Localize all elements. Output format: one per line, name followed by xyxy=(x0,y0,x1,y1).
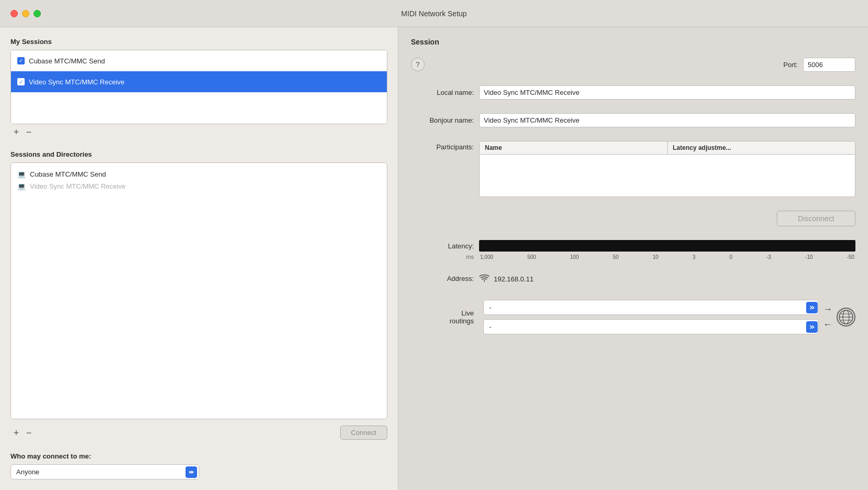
port-label: Port: xyxy=(784,61,798,69)
checkmark-icon: ✓ xyxy=(19,58,23,63)
right-arrow-icon: → xyxy=(823,304,832,315)
routing-select-1[interactable]: - xyxy=(483,300,819,315)
routing-select-wrapper-2: - xyxy=(483,319,819,334)
laptop-icon: 💻 xyxy=(17,182,26,190)
main-content: My Sessions ✓ Cubase MTC/MMC Send ✓ Vide… xyxy=(0,27,868,490)
routing-inputs: - - xyxy=(483,300,819,334)
wifi-icon xyxy=(479,274,490,284)
local-name-row: Local name: xyxy=(411,85,855,100)
participants-header: Name Latency adjustme... xyxy=(480,141,855,155)
session-checkbox[interactable]: ✓ xyxy=(17,57,25,64)
col-latency-header: Latency adjustme... xyxy=(668,141,855,154)
directory-item-label: Video Sync MTC/MMC Receive xyxy=(30,182,126,190)
sessions-directories-label: Sessions and Directories xyxy=(10,150,387,158)
who-connect-select[interactable]: Anyone xyxy=(10,464,199,480)
port-area: Port: xyxy=(435,58,855,72)
session-item-selected[interactable]: ✓ Video Sync MTC/MMC Receive xyxy=(11,71,387,92)
routing-arrows-globe: → ← xyxy=(823,304,832,330)
routing-row-1: - xyxy=(483,300,819,315)
latency-section: Latency: ms 1,000 500 100 50 10 3 0 -3 -… xyxy=(411,240,855,260)
latency-tick: 0 xyxy=(730,254,733,260)
directories-list: 💻 Cubase MTC/MMC Send 💻 Video Sync MTC/M… xyxy=(10,162,387,419)
right-panel: Session ? Port: Local name: Bonjour name… xyxy=(398,27,868,490)
latency-unit: ms xyxy=(411,254,479,260)
latency-tick: 100 xyxy=(570,254,579,260)
left-arrow-icon: ← xyxy=(823,319,832,330)
live-routings-label: Liveroutings xyxy=(411,309,479,325)
live-routings-section: Liveroutings - xyxy=(411,300,855,334)
routing-arrow-row-1: → xyxy=(823,304,832,315)
bonjour-name-row: Bonjour name: xyxy=(411,113,855,127)
address-value: 192.168.0.11 xyxy=(494,275,534,283)
address-section: Address: 192.168.0.11 xyxy=(411,274,855,284)
remove-directory-button[interactable]: − xyxy=(23,427,35,439)
directory-controls: + − Connect xyxy=(10,423,387,440)
latency-tick: 10 xyxy=(653,254,658,260)
my-sessions-section: My Sessions ✓ Cubase MTC/MMC Send ✓ Vide… xyxy=(10,38,387,140)
disconnect-row: Disconnect xyxy=(411,211,855,226)
address-content: 192.168.0.11 xyxy=(479,274,855,284)
local-name-label: Local name: xyxy=(411,89,479,96)
help-button[interactable]: ? xyxy=(411,58,425,71)
latency-scale-row: ms 1,000 500 100 50 10 3 0 -3 -10 -50 xyxy=(411,254,855,260)
latency-tick: 50 xyxy=(613,254,619,260)
globe-icon xyxy=(837,308,855,326)
add-directory-button[interactable]: + xyxy=(10,427,22,439)
connect-button[interactable]: Connect xyxy=(340,426,387,440)
directory-item[interactable]: 💻 Cubase MTC/MMC Send xyxy=(17,168,381,180)
minimize-button[interactable] xyxy=(22,10,29,17)
participants-table: Name Latency adjustme... xyxy=(479,141,855,197)
maximize-button[interactable] xyxy=(34,10,41,17)
disconnect-button[interactable]: Disconnect xyxy=(777,211,855,226)
session-item-label: Video Sync MTC/MMC Receive xyxy=(29,78,125,86)
session-checkbox-selected[interactable]: ✓ xyxy=(17,78,25,85)
latency-tick: 3 xyxy=(692,254,696,260)
window-title: MIDI Network Setup xyxy=(401,9,466,18)
who-connect-label: Who may connect to me: xyxy=(10,452,387,460)
latency-scale: 1,000 500 100 50 10 3 0 -3 -10 -50 xyxy=(479,254,855,260)
window-controls xyxy=(10,10,41,17)
left-panel: My Sessions ✓ Cubase MTC/MMC Send ✓ Vide… xyxy=(0,27,398,490)
address-label: Address: xyxy=(411,274,479,282)
svg-point-0 xyxy=(484,280,485,281)
sessions-directories-section: Sessions and Directories 💻 Cubase MTC/MM… xyxy=(10,150,387,440)
session-item[interactable]: ✓ Cubase MTC/MMC Send xyxy=(11,50,387,71)
session-controls: + − xyxy=(10,124,387,140)
latency-bar-fill xyxy=(479,240,855,252)
bonjour-name-label: Bonjour name: xyxy=(411,116,479,124)
add-session-button[interactable]: + xyxy=(10,126,22,138)
latency-label: Latency: xyxy=(411,242,479,250)
session-header: Session xyxy=(411,38,855,46)
latency-tick: 500 xyxy=(527,254,536,260)
my-sessions-label: My Sessions xyxy=(10,38,387,46)
routing-arrow-row-2: ← xyxy=(823,319,832,330)
latency-tick: -10 xyxy=(805,254,812,260)
title-bar: MIDI Network Setup xyxy=(0,0,868,27)
participants-section: Participants: Name Latency adjustme... xyxy=(411,141,855,197)
port-input[interactable] xyxy=(803,58,855,72)
routing-select-wrapper-1: - xyxy=(483,300,819,315)
routing-select-2[interactable]: - xyxy=(483,319,819,334)
laptop-icon: 💻 xyxy=(17,170,26,178)
directory-item-label: Cubase MTC/MMC Send xyxy=(30,170,106,178)
participants-body xyxy=(480,155,855,197)
latency-row: Latency: xyxy=(411,240,855,252)
remove-session-button[interactable]: − xyxy=(23,126,35,138)
bonjour-name-input[interactable] xyxy=(479,113,855,127)
col-name-header: Name xyxy=(480,141,668,154)
who-connect-row: Anyone xyxy=(10,464,387,480)
session-top-row: ? Port: xyxy=(411,58,855,72)
sessions-list: ✓ Cubase MTC/MMC Send ✓ Video Sync MTC/M… xyxy=(10,50,387,124)
latency-tick: -3 xyxy=(766,254,771,260)
routing-row-2: - xyxy=(483,319,819,334)
dir-add-remove: + − xyxy=(10,427,35,439)
local-name-input[interactable] xyxy=(479,85,855,100)
directory-item-dimmed[interactable]: 💻 Video Sync MTC/MMC Receive xyxy=(17,180,381,192)
close-button[interactable] xyxy=(10,10,18,17)
live-routings-container: Liveroutings - xyxy=(411,300,855,334)
participants-label: Participants: xyxy=(411,141,479,151)
session-item-label: Cubase MTC/MMC Send xyxy=(29,57,105,65)
checkmark-icon: ✓ xyxy=(19,79,23,85)
who-connect-section: Who may connect to me: Anyone xyxy=(10,452,387,480)
latency-tick: -50 xyxy=(847,254,854,260)
